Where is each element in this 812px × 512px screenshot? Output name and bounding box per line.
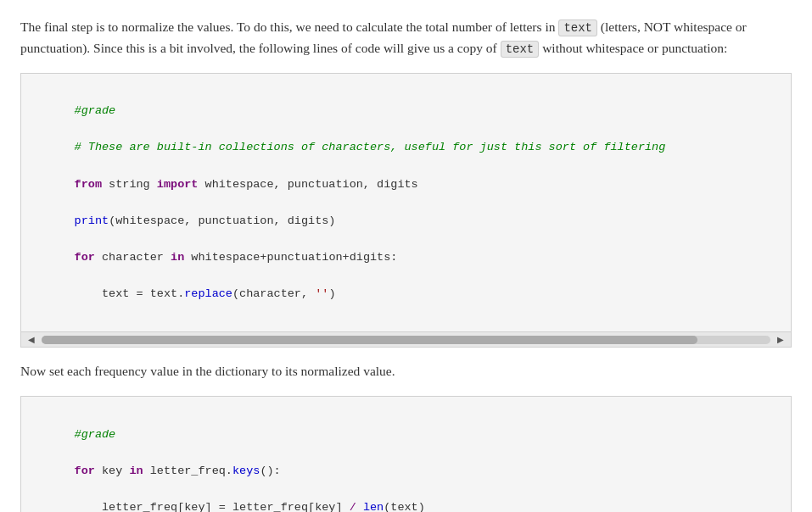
line-1-comment: #grade	[75, 104, 116, 117]
cb2-line-3-space	[356, 501, 363, 512]
line-5-for: for	[75, 251, 95, 264]
cb2-line-2-keys: keys	[232, 465, 260, 477]
line-6-replace: replace	[184, 287, 232, 300]
cb2-line-3-assignment: letter_freq[key] = letter_freq[key]	[75, 501, 350, 512]
cb2-line-2-in: in	[129, 465, 143, 477]
cb2-line-2-for: for	[75, 465, 95, 477]
line-6-empty-string: ''	[315, 287, 328, 300]
cb2-line-2-key: key	[95, 465, 130, 477]
line-6-paren-open: (character,	[232, 287, 315, 300]
paragraph-2: Now set each frequency value in the dict…	[20, 361, 792, 382]
cb2-line-1-comment: #grade	[75, 428, 116, 441]
cb2-line-2-colon: ():	[260, 465, 280, 477]
paragraph-1-text-before: The final step is to normalize the value…	[20, 19, 558, 34]
scrollbar-1[interactable]: ◀ ▶	[21, 331, 791, 347]
code-block-1-content: #grade # These are built-in collections …	[33, 84, 779, 322]
inline-code-text-1: text	[558, 19, 597, 36]
code-block-1-scroll[interactable]: #grade # These are built-in collections …	[21, 74, 791, 332]
line-3-from: from	[75, 178, 102, 191]
code-block-2: #grade for key in letter_freq.keys(): le…	[20, 396, 792, 512]
cb2-line-3-text: (text)	[384, 501, 425, 512]
line-6-paren-close: )	[328, 287, 335, 300]
line-3-string: string	[102, 178, 157, 191]
cb2-line-3-len: len	[363, 501, 384, 512]
line-3-modules: whitespace, punctuation, digits	[198, 178, 417, 191]
cb2-line-2-freq: letter_freq.	[143, 465, 232, 477]
line-4-args: (whitespace, punctuation, digits)	[109, 214, 335, 227]
paragraph-2-text: Now set each frequency value in the dict…	[20, 364, 395, 378]
line-2-comment: # These are built-in collections of char…	[75, 141, 666, 153]
paragraph-1-text-after: without whitespace or punctuation:	[539, 41, 727, 55]
line-4-print: print	[75, 214, 109, 227]
inline-code-text-2: text	[501, 41, 540, 58]
scroll-right-arrow[interactable]: ▶	[774, 335, 787, 344]
paragraph-1: The final step is to normalize the value…	[20, 17, 792, 59]
line-6-indent: text = text.	[75, 287, 185, 300]
code-block-2-content: #grade for key in letter_freq.keys(): le…	[33, 407, 779, 512]
line-5-in: in	[171, 251, 184, 264]
line-5-iterable: whitespace+punctuation+digits:	[184, 251, 397, 264]
line-3-import: import	[157, 178, 199, 191]
scrollbar-thumb-1[interactable]	[42, 336, 697, 344]
scroll-left-arrow[interactable]: ◀	[25, 335, 38, 344]
code-block-2-scroll[interactable]: #grade for key in letter_freq.keys(): le…	[21, 397, 791, 512]
line-5-char: character	[95, 251, 171, 264]
code-block-1: #grade # These are built-in collections …	[20, 73, 792, 348]
scrollbar-track-1[interactable]	[42, 336, 770, 344]
cb2-line-3-div: /	[350, 501, 356, 512]
